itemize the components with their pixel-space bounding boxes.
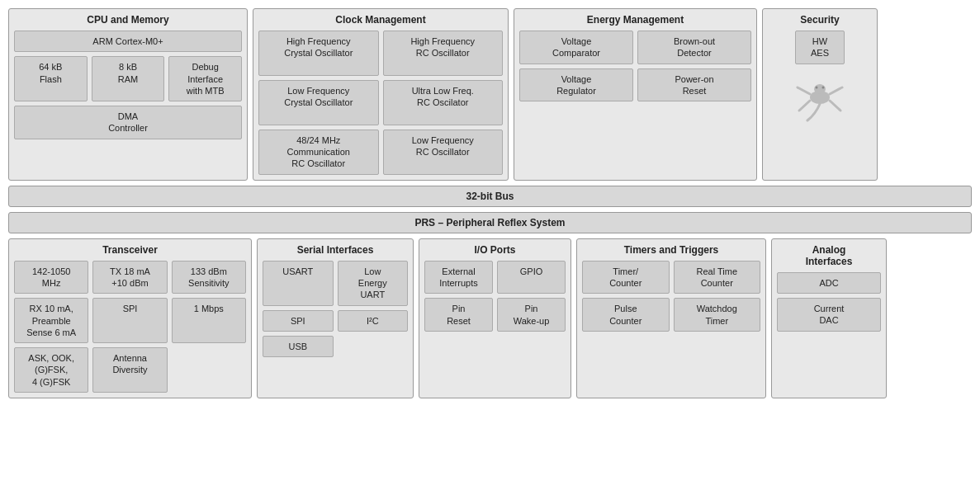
transceiver-spi-box: SPI bbox=[92, 298, 167, 343]
ulf-rc-box: Ultra Low Freq. RC Oscilator bbox=[383, 80, 504, 125]
low-energy-uart-box: Low Energy UART bbox=[338, 261, 409, 306]
energy-grid: Voltage Comparator Brown-out Detector Vo… bbox=[519, 31, 751, 101]
security-section: Security HW AES bbox=[762, 8, 878, 181]
gecko-icon bbox=[791, 73, 849, 131]
brownout-box: Brown-out Detector bbox=[637, 31, 751, 64]
bottom-row: Transceiver 142-1050 MHz TX 18 mA +10 dB… bbox=[8, 238, 972, 398]
svg-line-5 bbox=[830, 101, 840, 111]
svg-point-1 bbox=[814, 84, 826, 94]
lf-crystal-box: Low Frequency Crystal Oscillator bbox=[258, 80, 379, 125]
security-title: Security bbox=[768, 14, 872, 26]
clock-title: Clock Management bbox=[258, 14, 503, 26]
timers-section: Timers and Triggers Timer/ Counter Real … bbox=[576, 238, 766, 398]
antenna-box: Antenna Diversity bbox=[92, 347, 167, 393]
serial-grid: USART Low Energy UART SPI I²C USB bbox=[263, 261, 408, 357]
io-section: I/O Ports External Interrupts GPIO Pin R… bbox=[419, 238, 571, 398]
svg-point-7 bbox=[822, 86, 825, 88]
sensitivity-box: 133 dBm Sensitivity bbox=[172, 261, 246, 294]
io-grid: External Interrupts GPIO Pin Reset Pin W… bbox=[424, 261, 566, 332]
debug-box: Debug Interface with MTB bbox=[168, 56, 242, 101]
i2c-box: I²C bbox=[338, 310, 409, 332]
voltage-comp-box: Voltage Comparator bbox=[519, 31, 633, 64]
hf-crystal-box: High Frequency Crystal Oscillator bbox=[258, 31, 379, 76]
svg-line-4 bbox=[799, 101, 810, 111]
transceiver-title: Transceiver bbox=[14, 244, 246, 256]
watchdog-box: Watchdog Timer bbox=[674, 298, 761, 332]
diagram: CPU and Memory ARM Cortex-M0+ 64 kB Flas… bbox=[0, 0, 980, 407]
flash-box: 64 kB Flash bbox=[14, 56, 88, 101]
clock-grid: High Frequency Crystal Oscillator High F… bbox=[258, 31, 503, 175]
lf-rc-box: Low Frequency RC Oscillator bbox=[383, 130, 504, 175]
rx-box: RX 10 mA, Preamble Sense 6 mA bbox=[14, 298, 88, 343]
svg-line-2 bbox=[798, 87, 810, 94]
energy-section: Energy Management Voltage Comparator Bro… bbox=[514, 8, 757, 181]
mbps-box: 1 Mbps bbox=[172, 298, 246, 343]
ext-int-box: External Interrupts bbox=[424, 261, 493, 294]
serial-title: Serial Interfaces bbox=[263, 244, 408, 256]
bus-label: 32-bit Bus bbox=[466, 191, 514, 202]
security-content: HW AES bbox=[768, 31, 872, 131]
analog-section: Analog Interfaces ADC Current DAC bbox=[771, 238, 887, 398]
current-dac-box: Current DAC bbox=[777, 298, 881, 332]
dma-box: DMA Controller bbox=[14, 106, 242, 139]
cpu-title: CPU and Memory bbox=[14, 14, 242, 26]
timers-title: Timers and Triggers bbox=[582, 244, 760, 256]
freq-box: 142-1050 MHz bbox=[14, 261, 88, 294]
tx-box: TX 18 mA +10 dBm bbox=[92, 261, 167, 294]
adc-box: ADC bbox=[777, 272, 881, 294]
ask-box: ASK, OOK, (G)FSK, 4 (G)FSK bbox=[14, 347, 88, 393]
ram-box: 8 kB RAM bbox=[92, 56, 165, 101]
svg-line-3 bbox=[830, 87, 842, 94]
clock-section: Clock Management High Frequency Crystal … bbox=[253, 8, 509, 181]
top-row: CPU and Memory ARM Cortex-M0+ 64 kB Flas… bbox=[8, 8, 972, 181]
pulse-box: Pulse Counter bbox=[582, 298, 670, 332]
voltage-reg-box: Voltage Regulator bbox=[519, 68, 633, 102]
serial-section: Serial Interfaces USART Low Energy UART … bbox=[257, 238, 414, 398]
energy-title: Energy Management bbox=[519, 14, 751, 26]
bus-row: 32-bit Bus bbox=[8, 186, 972, 207]
prs-row: PRS – Peripheral Reflex System bbox=[8, 212, 972, 233]
transceiver-section: Transceiver 142-1050 MHz TX 18 mA +10 dB… bbox=[8, 238, 252, 398]
serial-spi-box: SPI bbox=[263, 310, 334, 332]
real-time-box: Real Time Counter bbox=[674, 261, 761, 294]
analog-grid: ADC Current DAC bbox=[777, 272, 881, 332]
hw-aes-box: HW AES bbox=[795, 31, 845, 64]
pin-wakeup-box: Pin Wake-up bbox=[497, 298, 566, 332]
usb-box: USB bbox=[263, 336, 334, 357]
arm-box: ARM Cortex-M0+ bbox=[14, 31, 242, 52]
analog-title: Analog Interfaces bbox=[777, 244, 881, 267]
pin-reset-box: Pin Reset bbox=[424, 298, 493, 332]
cpu-section: CPU and Memory ARM Cortex-M0+ 64 kB Flas… bbox=[8, 8, 248, 181]
transceiver-grid: 142-1050 MHz TX 18 mA +10 dBm 133 dBm Se… bbox=[14, 261, 246, 393]
timers-grid: Timer/ Counter Real Time Counter Pulse C… bbox=[582, 261, 760, 332]
power-on-box: Power-on Reset bbox=[637, 68, 751, 102]
comm-rc-box: 48/24 MHz Communication RC Oscillator bbox=[258, 130, 379, 175]
gpio-box: GPIO bbox=[497, 261, 566, 294]
timer-counter-box: Timer/ Counter bbox=[582, 261, 670, 294]
svg-point-6 bbox=[816, 86, 818, 88]
io-title: I/O Ports bbox=[424, 244, 566, 256]
hf-rc-box: High Frequency RC Oscillator bbox=[383, 31, 504, 76]
prs-label: PRS – Peripheral Reflex System bbox=[414, 217, 565, 229]
usart-box: USART bbox=[263, 261, 334, 306]
cpu-grid: ARM Cortex-M0+ 64 kB Flash 8 kB RAM Debu… bbox=[14, 31, 242, 139]
